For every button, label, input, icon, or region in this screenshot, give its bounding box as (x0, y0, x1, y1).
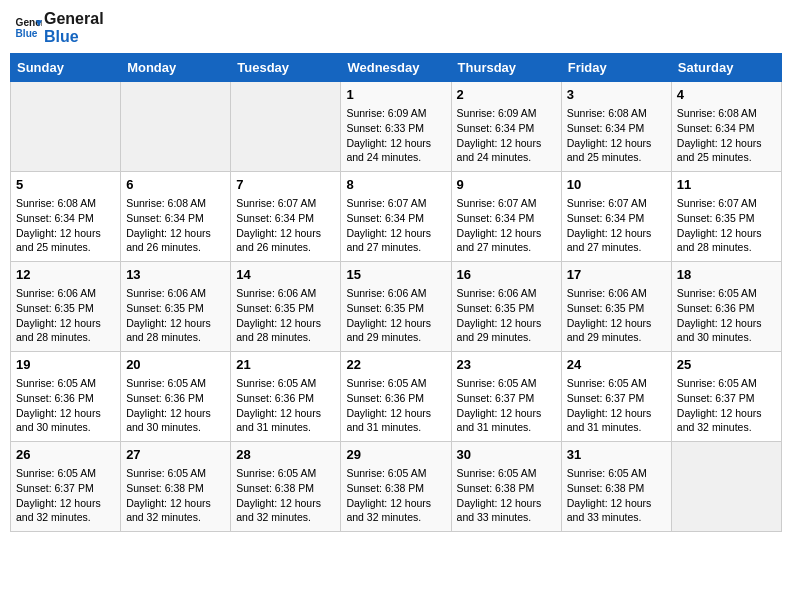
day-cell: 29Sunrise: 6:05 AMSunset: 6:38 PMDayligh… (341, 442, 451, 532)
sunset-text: Sunset: 6:33 PM (346, 121, 445, 136)
daylight-text: Daylight: 12 hours and 26 minutes. (126, 226, 225, 255)
daylight-text: Daylight: 12 hours and 31 minutes. (457, 406, 556, 435)
sunrise-text: Sunrise: 6:06 AM (16, 286, 115, 301)
daylight-text: Daylight: 12 hours and 33 minutes. (457, 496, 556, 525)
sunset-text: Sunset: 6:37 PM (457, 391, 556, 406)
day-number: 1 (346, 86, 445, 104)
day-number: 15 (346, 266, 445, 284)
sunrise-text: Sunrise: 6:07 AM (567, 196, 666, 211)
sunrise-text: Sunrise: 6:07 AM (346, 196, 445, 211)
day-cell (11, 82, 121, 172)
day-number: 7 (236, 176, 335, 194)
sunset-text: Sunset: 6:36 PM (346, 391, 445, 406)
sunset-text: Sunset: 6:36 PM (16, 391, 115, 406)
calendar-table: SundayMondayTuesdayWednesdayThursdayFrid… (10, 53, 782, 532)
week-row-4: 19Sunrise: 6:05 AMSunset: 6:36 PMDayligh… (11, 352, 782, 442)
sunset-text: Sunset: 6:35 PM (236, 301, 335, 316)
logo-general: General (44, 10, 104, 28)
weekday-header-monday: Monday (121, 54, 231, 82)
sunset-text: Sunset: 6:34 PM (16, 211, 115, 226)
day-number: 5 (16, 176, 115, 194)
day-cell: 17Sunrise: 6:06 AMSunset: 6:35 PMDayligh… (561, 262, 671, 352)
day-cell: 9Sunrise: 6:07 AMSunset: 6:34 PMDaylight… (451, 172, 561, 262)
sunrise-text: Sunrise: 6:07 AM (236, 196, 335, 211)
sunrise-text: Sunrise: 6:05 AM (236, 466, 335, 481)
day-cell (231, 82, 341, 172)
sunrise-text: Sunrise: 6:09 AM (457, 106, 556, 121)
day-cell: 6Sunrise: 6:08 AMSunset: 6:34 PMDaylight… (121, 172, 231, 262)
daylight-text: Daylight: 12 hours and 24 minutes. (457, 136, 556, 165)
day-cell: 19Sunrise: 6:05 AMSunset: 6:36 PMDayligh… (11, 352, 121, 442)
sunrise-text: Sunrise: 6:08 AM (126, 196, 225, 211)
day-cell: 7Sunrise: 6:07 AMSunset: 6:34 PMDaylight… (231, 172, 341, 262)
sunrise-text: Sunrise: 6:05 AM (236, 376, 335, 391)
daylight-text: Daylight: 12 hours and 27 minutes. (457, 226, 556, 255)
weekday-header-tuesday: Tuesday (231, 54, 341, 82)
daylight-text: Daylight: 12 hours and 31 minutes. (567, 406, 666, 435)
day-number: 22 (346, 356, 445, 374)
sunset-text: Sunset: 6:38 PM (457, 481, 556, 496)
daylight-text: Daylight: 12 hours and 28 minutes. (16, 316, 115, 345)
day-cell (121, 82, 231, 172)
sunset-text: Sunset: 6:34 PM (567, 121, 666, 136)
day-cell: 4Sunrise: 6:08 AMSunset: 6:34 PMDaylight… (671, 82, 781, 172)
sunset-text: Sunset: 6:37 PM (567, 391, 666, 406)
day-cell: 26Sunrise: 6:05 AMSunset: 6:37 PMDayligh… (11, 442, 121, 532)
daylight-text: Daylight: 12 hours and 30 minutes. (16, 406, 115, 435)
daylight-text: Daylight: 12 hours and 28 minutes. (236, 316, 335, 345)
sunset-text: Sunset: 6:35 PM (567, 301, 666, 316)
day-cell: 8Sunrise: 6:07 AMSunset: 6:34 PMDaylight… (341, 172, 451, 262)
sunset-text: Sunset: 6:34 PM (567, 211, 666, 226)
sunrise-text: Sunrise: 6:05 AM (16, 376, 115, 391)
day-cell: 14Sunrise: 6:06 AMSunset: 6:35 PMDayligh… (231, 262, 341, 352)
weekday-header-row: SundayMondayTuesdayWednesdayThursdayFrid… (11, 54, 782, 82)
day-cell: 21Sunrise: 6:05 AMSunset: 6:36 PMDayligh… (231, 352, 341, 442)
day-number: 18 (677, 266, 776, 284)
day-number: 17 (567, 266, 666, 284)
day-cell: 13Sunrise: 6:06 AMSunset: 6:35 PMDayligh… (121, 262, 231, 352)
day-cell: 27Sunrise: 6:05 AMSunset: 6:38 PMDayligh… (121, 442, 231, 532)
daylight-text: Daylight: 12 hours and 29 minutes. (567, 316, 666, 345)
day-cell: 15Sunrise: 6:06 AMSunset: 6:35 PMDayligh… (341, 262, 451, 352)
day-cell: 23Sunrise: 6:05 AMSunset: 6:37 PMDayligh… (451, 352, 561, 442)
day-cell: 16Sunrise: 6:06 AMSunset: 6:35 PMDayligh… (451, 262, 561, 352)
day-cell: 28Sunrise: 6:05 AMSunset: 6:38 PMDayligh… (231, 442, 341, 532)
day-cell: 2Sunrise: 6:09 AMSunset: 6:34 PMDaylight… (451, 82, 561, 172)
week-row-3: 12Sunrise: 6:06 AMSunset: 6:35 PMDayligh… (11, 262, 782, 352)
day-number: 3 (567, 86, 666, 104)
day-cell: 18Sunrise: 6:05 AMSunset: 6:36 PMDayligh… (671, 262, 781, 352)
sunrise-text: Sunrise: 6:08 AM (16, 196, 115, 211)
logo: General Blue General Blue (14, 10, 104, 45)
day-number: 9 (457, 176, 556, 194)
sunset-text: Sunset: 6:36 PM (126, 391, 225, 406)
day-number: 24 (567, 356, 666, 374)
sunrise-text: Sunrise: 6:06 AM (346, 286, 445, 301)
day-number: 25 (677, 356, 776, 374)
sunrise-text: Sunrise: 6:05 AM (126, 466, 225, 481)
day-number: 8 (346, 176, 445, 194)
day-number: 31 (567, 446, 666, 464)
sunrise-text: Sunrise: 6:06 AM (236, 286, 335, 301)
daylight-text: Daylight: 12 hours and 31 minutes. (236, 406, 335, 435)
daylight-text: Daylight: 12 hours and 29 minutes. (346, 316, 445, 345)
sunrise-text: Sunrise: 6:07 AM (677, 196, 776, 211)
daylight-text: Daylight: 12 hours and 25 minutes. (16, 226, 115, 255)
day-number: 20 (126, 356, 225, 374)
daylight-text: Daylight: 12 hours and 28 minutes. (126, 316, 225, 345)
sunrise-text: Sunrise: 6:05 AM (677, 286, 776, 301)
day-cell: 12Sunrise: 6:06 AMSunset: 6:35 PMDayligh… (11, 262, 121, 352)
day-cell: 3Sunrise: 6:08 AMSunset: 6:34 PMDaylight… (561, 82, 671, 172)
day-cell: 20Sunrise: 6:05 AMSunset: 6:36 PMDayligh… (121, 352, 231, 442)
svg-text:Blue: Blue (16, 28, 38, 39)
sunrise-text: Sunrise: 6:05 AM (457, 376, 556, 391)
day-number: 21 (236, 356, 335, 374)
daylight-text: Daylight: 12 hours and 29 minutes. (457, 316, 556, 345)
logo-icon: General Blue (14, 14, 42, 42)
day-cell: 31Sunrise: 6:05 AMSunset: 6:38 PMDayligh… (561, 442, 671, 532)
sunset-text: Sunset: 6:35 PM (677, 211, 776, 226)
sunset-text: Sunset: 6:36 PM (677, 301, 776, 316)
sunrise-text: Sunrise: 6:05 AM (346, 466, 445, 481)
sunset-text: Sunset: 6:36 PM (236, 391, 335, 406)
day-number: 10 (567, 176, 666, 194)
sunset-text: Sunset: 6:38 PM (236, 481, 335, 496)
